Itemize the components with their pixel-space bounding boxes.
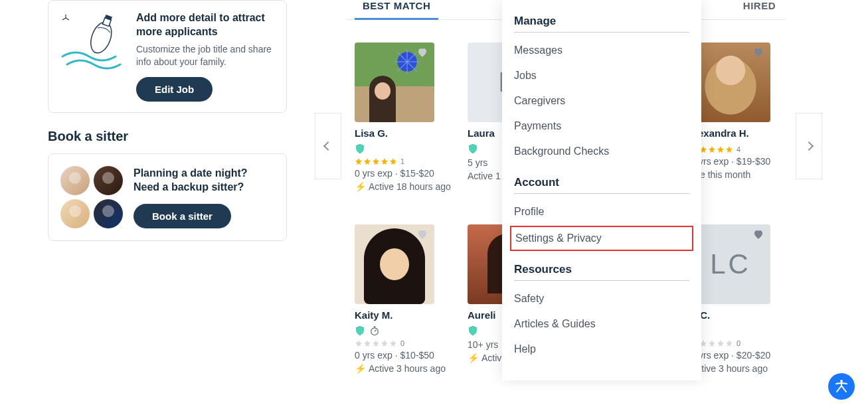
profile-activity: Active 3 hours ago [369, 363, 446, 374]
profile-photo [691, 42, 770, 122]
shield-icon [355, 143, 365, 155]
rating-stars: 1 [355, 157, 461, 165]
bolt-icon: ⚡ [355, 363, 366, 374]
shield-icon [355, 325, 365, 337]
dropdown-item-background-checks[interactable]: Background Checks [514, 139, 689, 164]
bottle-illustration [59, 11, 126, 71]
dropdown-item-profile[interactable]: Profile [514, 199, 689, 224]
profile-activity: Active 1 [468, 171, 501, 181]
rating-count: 4 [737, 145, 740, 153]
profile-meta: 0 yrs exp · $10-$50 [355, 350, 461, 361]
profile-name: ri C. [691, 309, 797, 321]
tab-best-match[interactable]: BEST MATCH [347, 0, 446, 19]
dropdown-heading-resources: Resources [514, 263, 689, 281]
profile-photo [355, 224, 434, 304]
rating-stars: 0 [355, 339, 461, 347]
profile-card[interactable]: Kaity M. 0 0 yrs exp · $10-$50 ⚡Active 3… [355, 224, 461, 374]
carousel-next-button[interactable] [796, 113, 822, 179]
edit-job-desc: Customize the job title and share info a… [136, 43, 276, 69]
accessibility-button[interactable] [828, 373, 855, 400]
profile-name: Alexandra H. [688, 127, 797, 139]
rating-count: 0 [400, 339, 404, 347]
book-sitter-card: Planning a date night? Need a backup sit… [48, 153, 287, 241]
carousel-prev-button[interactable] [315, 113, 341, 179]
profile-meta: 0 yrs exp · $15-$20 [355, 168, 461, 179]
rating-stars: 4 [691, 145, 797, 153]
profile-photo: LC [691, 224, 770, 304]
profile-meta: + yrs exp · $19-$30 [691, 156, 797, 167]
avatar [60, 199, 90, 228]
edit-job-button[interactable]: Edit Job [136, 77, 213, 102]
favorite-icon[interactable] [752, 46, 765, 58]
edit-job-card: Add more detail to attract more applican… [48, 0, 287, 113]
accessibility-icon [833, 378, 849, 394]
favorite-icon[interactable] [416, 228, 429, 240]
dropdown-heading-manage: Manage [514, 15, 689, 33]
dropdown-item-articles[interactable]: Articles & Guides [514, 311, 689, 337]
dropdown-item-safety[interactable]: Safety [514, 286, 689, 311]
rating-count: 0 [737, 339, 740, 347]
shield-icon [468, 325, 478, 337]
rating-stars: 0 [691, 339, 797, 347]
dropdown-item-help[interactable]: Help [514, 337, 689, 362]
svg-point-0 [87, 19, 116, 56]
book-sitter-title: Planning a date night? Need a backup sit… [133, 166, 274, 195]
profile-activity: Active 18 hours ago [369, 181, 451, 192]
profile-name: Lisa G. [355, 127, 461, 139]
profile-activity: Active 3 hours ago [691, 363, 768, 374]
tab-hired[interactable]: HIRED [727, 0, 792, 19]
profile-meta: + yrs exp · $20-$20 [691, 350, 797, 361]
book-sitter-button[interactable]: Book a sitter [133, 204, 231, 228]
shield-icon [468, 143, 478, 155]
dropdown-heading-account: Account [514, 176, 689, 194]
edit-job-title: Add more detail to attract more applican… [136, 11, 276, 39]
account-dropdown: Manage Messages Jobs Caregivers Payments… [502, 0, 701, 380]
profile-card[interactable]: LC ri C. 0 + yrs exp · $20-$20 Active 3 … [691, 224, 797, 374]
dropdown-item-payments[interactable]: Payments [514, 114, 689, 139]
book-sitter-heading: Book a sitter [48, 129, 287, 144]
profile-name: Kaity M. [355, 309, 461, 321]
profile-photo [355, 42, 434, 122]
chevron-right-icon [804, 141, 814, 151]
rating-count: 1 [400, 157, 404, 165]
stopwatch-icon [369, 325, 380, 336]
bolt-icon: ⚡ [468, 353, 479, 363]
avatar [94, 199, 123, 228]
sitter-avatar-grid [60, 166, 123, 228]
profile-card[interactable]: Lisa G. 1 0 yrs exp · $15-$20 ⚡Active 18… [355, 42, 461, 192]
profile-card[interactable]: Alexandra H. 4 + yrs exp · $19-$30 tive … [691, 42, 797, 180]
avatar [94, 166, 123, 195]
avatar [60, 166, 90, 195]
dropdown-item-jobs[interactable]: Jobs [514, 63, 689, 88]
favorite-icon[interactable] [752, 228, 765, 240]
dropdown-item-messages[interactable]: Messages [514, 38, 689, 63]
dropdown-item-settings-privacy[interactable]: Settings & Privacy [510, 226, 693, 251]
bolt-icon: ⚡ [355, 181, 366, 192]
dropdown-item-caregivers[interactable]: Caregivers [514, 88, 689, 114]
chevron-left-icon [323, 141, 333, 151]
favorite-icon[interactable] [416, 46, 429, 58]
